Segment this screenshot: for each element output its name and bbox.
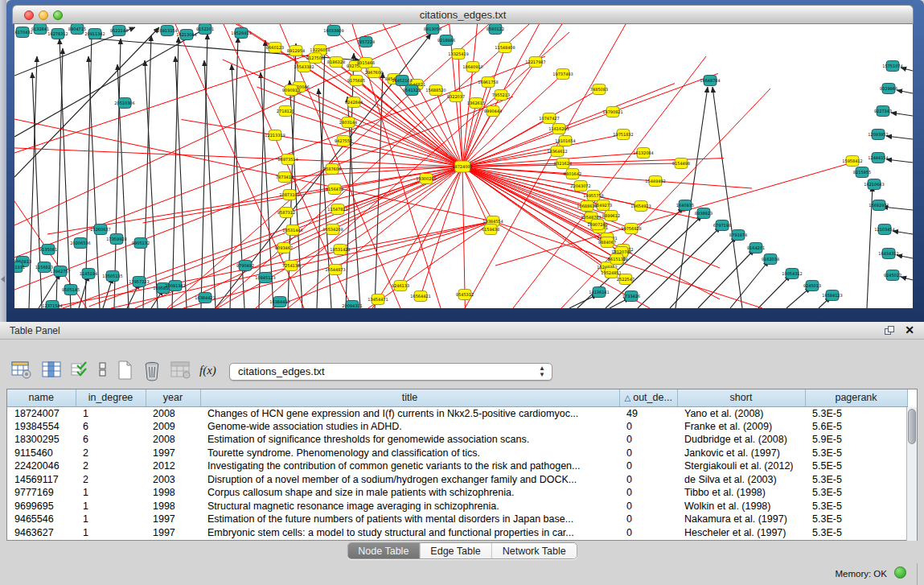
table-row[interactable]: 969969511998Structural magnetic resonanc… [7, 500, 907, 513]
graph-node-teal[interactable]: 1733426 [622, 291, 640, 302]
table-row[interactable]: 1872400712008Changes of HCN gene express… [7, 406, 907, 420]
float-panel-icon[interactable] [885, 326, 895, 336]
graph-node-yellow[interactable]: 11548408 [495, 43, 515, 53]
graph-node-teal[interactable]: 16434312 [878, 249, 898, 259]
graph-node-teal[interactable]: 7857224 [357, 37, 375, 47]
graph-node-teal[interactable]: 16170432 [14, 27, 33, 38]
graph-node-yellow[interactable]: 15688520 [425, 85, 446, 96]
graph-node-teal[interactable]: 9152201 [196, 24, 214, 35]
graph-node-teal[interactable]: 8813054 [424, 24, 441, 35]
graph-node-teal[interactable]: 25260637 [90, 225, 110, 235]
graph-node-teal[interactable]: 8904715 [68, 24, 86, 35]
column-header-year[interactable]: year [146, 389, 200, 406]
graph-node-yellow[interactable]: 9884067 [598, 237, 616, 248]
network-canvas[interactable]: 1872400786601238912954132260589127508105… [14, 24, 913, 308]
graph-node-teal[interactable]: 16213044 [176, 30, 196, 40]
table-header-row[interactable]: namein_degreeyeartitle△out_de...shortpag… [7, 389, 907, 406]
graph-node-teal[interactable]: 16584123 [822, 290, 842, 301]
new-file-icon[interactable] [117, 360, 133, 381]
graph-node-yellow[interactable]: 2587609 [323, 164, 341, 175]
graph-node-teal[interactable]: 9505145 [62, 285, 80, 295]
graph-node-teal[interactable]: 10054312 [782, 269, 802, 279]
graph-node-yellow[interactable]: 18973514 [277, 154, 298, 165]
graph-node-yellow[interactable]: 9587312 [277, 208, 295, 218]
graph-node-yellow[interactable]: 7485083 [590, 84, 608, 95]
graph-node-yellow[interactable]: 8912954 [287, 46, 305, 56]
graph-node-teal[interactable]: 12444154 [868, 153, 888, 163]
table-row[interactable]: 946554611997Estimation of the future num… [7, 513, 907, 526]
graph-node-teal[interactable]: 16033809 [323, 26, 343, 36]
graph-node-teal[interactable]: 6797198 [713, 220, 731, 231]
graph-node-teal[interactable]: 20913154 [157, 26, 177, 36]
graph-node-yellow[interactable]: 9093467 [275, 243, 293, 253]
table-selector-dropdown[interactable]: citations_edges.txt ▲▼ [229, 363, 552, 381]
graph-node-yellow[interactable]: 8186328 [327, 57, 345, 68]
graph-node-yellow[interactable]: 9156472 [326, 184, 343, 195]
graph-node-yellow[interactable]: 8660123 [266, 43, 284, 53]
graph-node-teal[interactable]: 8791974 [729, 230, 747, 241]
graph-node-yellow[interactable]: 9154498 [672, 159, 690, 169]
graph-node-teal[interactable]: 9135081 [39, 245, 57, 255]
column-header-out_de[interactable]: △out_de... [619, 389, 677, 406]
column-header-name[interactable]: name [7, 389, 76, 406]
tab-network-table[interactable]: Network Table [492, 543, 577, 558]
graph-node-teal[interactable]: 12093852 [868, 130, 888, 140]
graph-node-yellow[interactable]: 14955758 [583, 191, 603, 201]
graph-node-teal[interactable]: 16278312 [47, 29, 68, 39]
graph-node-teal[interactable]: 9245013 [803, 281, 821, 291]
row-height-icon[interactable] [98, 360, 108, 381]
graph-node-yellow[interactable]: 6159438 [482, 225, 499, 235]
graph-node-yellow[interactable]: 9990444 [484, 106, 502, 117]
table-row[interactable]: 977716911998Corpus callosum shape and si… [7, 486, 907, 500]
graph-node-teal[interactable]: 9227343 [874, 106, 892, 117]
graph-node-yellow[interactable]: 8801642 [564, 169, 581, 179]
graph-node-yellow[interactable]: 19654923 [630, 201, 651, 212]
graph-node-yellow[interactable]: 8899612 [602, 211, 620, 221]
close-panel-icon[interactable]: ✕ [905, 323, 914, 336]
graph-node-yellow[interactable]: 19737493 [552, 69, 573, 80]
column-header-pagerank[interactable]: pagerank [805, 389, 907, 406]
graph-node-teal[interactable]: 16384421 [195, 293, 215, 303]
vertical-scrollbar[interactable] [906, 407, 917, 541]
graph-node-yellow[interactable]: 7873418 [276, 172, 294, 183]
graph-node-teal[interactable]: 9245022 [884, 270, 901, 281]
graph-node-yellow[interactable]: 19751832 [613, 130, 633, 140]
graph-node-teal[interactable]: 9329966 [880, 84, 897, 94]
graph-node-yellow[interactable]: 1362615 [467, 98, 485, 109]
graph-node-yellow[interactable]: 13454471 [368, 295, 388, 305]
graph-node-yellow[interactable]: 16544873 [325, 265, 345, 275]
graph-node-teal[interactable]: 8938923 [695, 208, 713, 219]
graph-node-teal[interactable]: 9790492 [236, 261, 254, 271]
graph-node-teal[interactable]: 13505135 [102, 271, 122, 282]
graph-node-yellow[interactable]: 9315466 [357, 58, 375, 68]
graph-node-teal[interactable]: 20911342 [84, 29, 105, 39]
graph-node-teal[interactable]: 15751074 [882, 61, 902, 72]
graph-node-teal[interactable]: 9164201 [747, 243, 765, 253]
graph-node-teal[interactable]: 12371544 [42, 301, 62, 309]
table-row[interactable]: 1830029562008Estimation of significance … [7, 433, 907, 447]
table-row[interactable]: 1456911722003Disruption of a novel membe… [7, 473, 907, 487]
graph-node-teal[interactable]: 8905132 [132, 238, 150, 249]
graph-node-yellow[interactable]: 2803144 [339, 117, 357, 128]
graph-node-teal[interactable]: 9218986 [437, 35, 455, 46]
function-builder-button[interactable]: f(x) [199, 364, 216, 377]
graph-node-yellow[interactable]: 1615132 [608, 254, 626, 265]
graph-node-yellow[interactable]: 14790821 [602, 107, 622, 117]
table-checks-icon[interactable] [71, 360, 88, 381]
graph-node-teal[interactable]: 14136141 [589, 287, 609, 298]
graph-node-teal[interactable]: 9162034 [762, 254, 779, 265]
scrollbar-thumb[interactable] [908, 409, 916, 444]
graph-node-yellow[interactable]: 16961758 [478, 77, 498, 88]
graph-node-yellow[interactable]: 9246133 [392, 281, 409, 291]
graph-node-teal[interactable]: 19528413 [231, 28, 251, 39]
table-row[interactable]: 2242004622012Investigating the contribut… [7, 459, 907, 473]
graph-node-yellow[interactable]: 9545312 [456, 290, 474, 300]
graph-node-teal[interactable]: 9132841 [31, 24, 49, 35]
graph-node-teal[interactable]: 9541322 [403, 85, 421, 96]
graph-node-yellow[interactable]: 18300295 [416, 174, 436, 184]
graph-node-teal[interactable]: 20510306 [114, 98, 134, 109]
graph-node-yellow[interactable]: 9175685 [347, 76, 365, 86]
graph-node-yellow[interactable]: 12217987 [525, 57, 545, 68]
graph-node-yellow[interactable]: 2522547 [617, 274, 634, 285]
graph-node-yellow[interactable]: 18531446 [282, 225, 302, 236]
